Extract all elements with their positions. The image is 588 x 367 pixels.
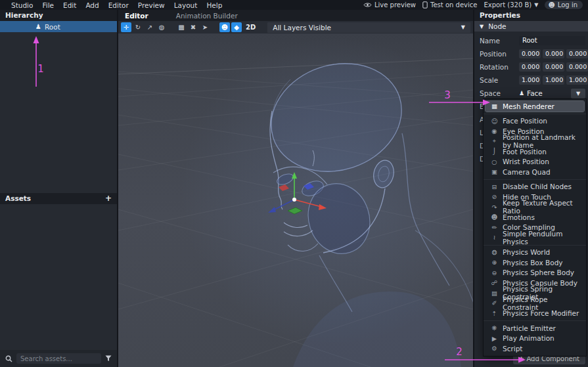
- menu-item-disable-child-nodes[interactable]: ⊟Disable Child Nodes: [486, 182, 584, 192]
- editor-panel: Editor Animation Builder ✛↻↗◍▩✖➤☻◆2DAll …: [118, 10, 473, 367]
- camera-quad-icon: ▣: [490, 168, 499, 175]
- node-section-header[interactable]: ▼ Node: [474, 21, 588, 32]
- menu-item-label: Physics Box Body: [503, 259, 563, 267]
- menu-item-particle-emitter[interactable]: ❋Particle Emitter: [486, 323, 584, 334]
- particle-emitter-icon: ❋: [490, 324, 499, 332]
- navigate-icon[interactable]: ➤: [200, 22, 210, 32]
- menu-item-wrist-position[interactable]: ○Wrist Position: [486, 157, 584, 167]
- gizmo-center-handle[interactable]: [292, 198, 296, 202]
- menubar: StudioFileEditAddEditorPreviewLayoutHelp…: [0, 0, 588, 10]
- menu-edit[interactable]: Edit: [58, 1, 81, 9]
- position-label: Position: [480, 50, 519, 58]
- number-field[interactable]: 1.000: [543, 76, 564, 85]
- search-icon: [5, 355, 12, 362]
- number-field[interactable]: 1.000: [566, 76, 588, 85]
- name-input[interactable]: Root: [519, 36, 585, 45]
- eye-position-icon: ◉: [490, 127, 499, 135]
- menu-editor[interactable]: Editor: [104, 1, 133, 9]
- menu-preview[interactable]: Preview: [133, 1, 170, 9]
- number-field[interactable]: 0.000: [519, 62, 541, 72]
- physics-box-icon: ⊕: [490, 259, 499, 266]
- menu-item-label: Physics World: [503, 248, 550, 256]
- assets-list: [0, 204, 117, 350]
- collapse-icon[interactable]: ✖: [188, 22, 198, 32]
- menu-add[interactable]: Add: [81, 1, 103, 9]
- viewport-3d[interactable]: [118, 33, 473, 367]
- move-tool-icon[interactable]: ✛: [121, 22, 131, 32]
- hierarchy-node-root[interactable]: ♟Root: [0, 21, 117, 32]
- menu-item-script[interactable]: ⚙Script: [486, 343, 584, 354]
- physics-force-icon: ⇡: [490, 310, 499, 317]
- number-field[interactable]: 0.000: [543, 62, 564, 72]
- plus-icon: ✚: [519, 356, 524, 362]
- keep-aspect-icon: ↷: [490, 204, 499, 211]
- menu-layout[interactable]: Layout: [170, 1, 202, 9]
- menu-item-play-animation[interactable]: ▶Play Animation: [486, 334, 584, 344]
- export-label: Export (320 B): [484, 1, 531, 9]
- script-icon: ⚙: [490, 345, 499, 352]
- menu-studio[interactable]: Studio: [7, 1, 37, 9]
- number-field[interactable]: 0.000: [543, 49, 564, 58]
- grid-snap-icon[interactable]: ▩: [176, 22, 187, 32]
- color-sampling-icon: ✏: [490, 224, 499, 231]
- menu-item-physics-world[interactable]: ❂Physics World: [486, 248, 584, 258]
- rotate-tool-icon[interactable]: ↻: [133, 22, 143, 32]
- number-field[interactable]: 1.000: [519, 76, 541, 85]
- name-label: Name: [480, 37, 519, 45]
- menu-file[interactable]: File: [37, 1, 58, 9]
- number-field[interactable]: 0.000: [566, 62, 588, 72]
- rotation-label: Rotation: [480, 63, 519, 71]
- space-value[interactable]: ♟ Face: [519, 89, 569, 97]
- number-field[interactable]: 0.000: [566, 49, 588, 58]
- menu-help[interactable]: Help: [202, 1, 227, 9]
- tab-animation-builder[interactable]: Animation Builder: [170, 12, 244, 20]
- menu-item-physics-rope-constraint[interactable]: ✐Physics Rope Constraint: [486, 298, 584, 309]
- face-view-icon[interactable]: ☻: [219, 22, 230, 32]
- menu-item-physics-sphere-body[interactable]: ⊖Physics Sphere Body: [486, 268, 584, 278]
- toolbar-group: ▩✖➤: [176, 22, 210, 32]
- hierarchy-node-label: Root: [45, 23, 60, 31]
- eye-icon: [363, 2, 372, 8]
- scale-tool-icon[interactable]: ↗: [145, 22, 155, 32]
- menu-item-mesh-renderer[interactable]: ▦Mesh Renderer: [486, 101, 584, 112]
- wireframe-head-model: [181, 37, 473, 367]
- add-component-menu: ▦Mesh Renderer☺Face Position◉Eye Positio…: [483, 98, 587, 356]
- assets-searchbar: [0, 350, 117, 367]
- space-dropdown-button[interactable]: ▼: [571, 89, 585, 98]
- play-animation-icon: ▶: [490, 335, 499, 342]
- phone-icon: [422, 1, 428, 9]
- number-field[interactable]: 0.000: [519, 49, 541, 58]
- viewport-scene: [118, 33, 473, 367]
- menu-item-physics-box-body[interactable]: ⊕Physics Box Body: [486, 257, 584, 268]
- menu-item-keep-texture-aspect-ratio[interactable]: ↷Keep Texture Aspect Ratio: [486, 202, 584, 213]
- export-button[interactable]: Export (320 B) ▼: [484, 1, 538, 9]
- mode-2d-button[interactable]: 2D: [243, 22, 258, 32]
- gizmo-space-icon[interactable]: ◆: [231, 22, 242, 32]
- scale-row: Scale 1.0001.0001.000: [474, 74, 588, 87]
- menu-item-face-position[interactable]: ☺Face Position: [486, 116, 584, 127]
- component-menu-group: ▦Mesh Renderer: [484, 101, 586, 112]
- menu-item-position-at-landmark-by-name[interactable]: ⌖Position at Landmark by Name: [486, 137, 584, 147]
- login-button[interactable]: ☻ Log in: [545, 1, 583, 9]
- globe-tool-icon[interactable]: ◍: [156, 22, 167, 32]
- add-asset-button[interactable]: +: [105, 193, 112, 204]
- filter-funnel-icon[interactable]: [105, 355, 112, 362]
- component-menu-group: ⊟Disable Child Nodes⊘Hide on Touch↷Keep …: [484, 179, 586, 243]
- test-on-device-button[interactable]: Test on device: [422, 1, 477, 9]
- editor-toolbar: ✛↻↗◍▩✖➤☻◆2DAll Layers Visible▼: [118, 21, 473, 33]
- menu-item-simple-pendulum-physics[interactable]: ≀Simple Pendulum Physics: [486, 232, 584, 243]
- menu-item-label: Foot Position: [503, 148, 547, 156]
- studio-window: StudioFileEditAddEditorPreviewLayoutHelp…: [0, 0, 588, 367]
- live-preview-button[interactable]: Live preview: [363, 1, 416, 9]
- menu-item-label: Emotions: [503, 213, 535, 221]
- tab-editor[interactable]: Editor: [118, 12, 155, 20]
- physics-sphere-icon: ⊖: [490, 269, 499, 276]
- wrist-position-icon: ○: [490, 158, 499, 165]
- live-preview-label: Live preview: [374, 1, 416, 9]
- layers-visibility-dropdown[interactable]: All Layers Visible▼: [267, 22, 470, 33]
- menu-item-camera-quad[interactable]: ▣Camera Quad: [486, 167, 584, 177]
- search-input[interactable]: [20, 355, 97, 362]
- menu-item-physics-force-modifier[interactable]: ⇡Physics Force Modifier: [486, 309, 584, 319]
- properties-title: Properties: [480, 10, 520, 21]
- component-menu-group: ❂Physics World⊕Physics Box Body⊖Physics …: [484, 245, 586, 319]
